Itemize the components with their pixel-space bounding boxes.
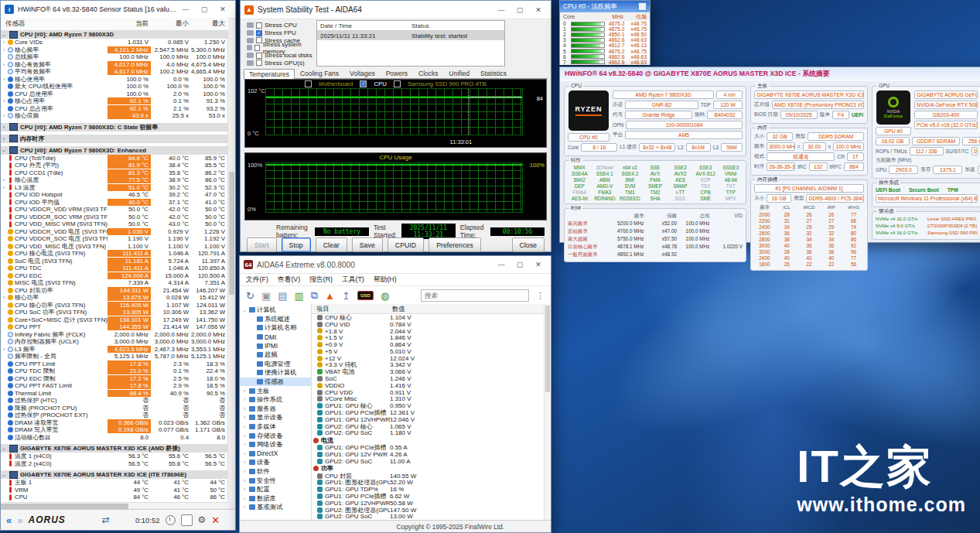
report-icon[interactable]: ▤ <box>278 290 287 302</box>
expand-icon[interactable]: › <box>241 442 248 447</box>
value-row[interactable]: +5 V5.010 V <box>312 348 551 355</box>
sensor-row[interactable]: CPU EDC 限制17.2 %2.5 %18.0 % <box>1 375 228 383</box>
stop-button[interactable]: Stop <box>282 237 311 252</box>
expand-icon[interactable]: › <box>1 113 7 118</box>
gpu-selector[interactable]: GPU #0 <box>876 127 911 135</box>
legend-checkbox[interactable] <box>394 80 401 87</box>
sidebar-item-配置[interactable]: ›配置 <box>240 485 311 494</box>
expand-icon[interactable]: › <box>241 424 248 429</box>
sidebar-item-网络设备[interactable]: ›网络设备 <box>240 440 311 449</box>
expand-icon[interactable]: ⌄ <box>1 472 7 478</box>
minimize-icon[interactable]: — <box>177 3 194 15</box>
expand-icon[interactable]: › <box>1 185 7 190</box>
stress-option[interactable]: Stress system memory <box>247 44 315 52</box>
expand-icon[interactable]: › <box>241 433 248 439</box>
menu-item[interactable]: 帮助(H) <box>374 275 397 285</box>
log-row[interactable]: 2025/11/11 11:33:21 Stability test: star… <box>317 31 504 40</box>
expand-icon[interactable]: ⌄ <box>1 446 7 452</box>
osd-icon[interactable]: OSD <box>357 291 374 300</box>
expand-icon[interactable]: › <box>1 98 7 104</box>
stress-option[interactable]: Stress CPU <box>247 22 315 29</box>
value-row[interactable]: GPU2: 图形处理器(GPU)147.50 W <box>312 507 551 514</box>
sidebar-item-操作系统[interactable]: ›操作系统 <box>240 395 311 405</box>
value-row[interactable]: +0.9 V0.864 V <box>312 341 551 348</box>
value-row[interactable]: CPU 核心1.104 V <box>312 314 551 321</box>
sensor-row[interactable]: Core+SoC+MISC 总计 (SVI3 TFN)138.101 W17.2… <box>1 316 228 324</box>
scrollbar-thumb[interactable] <box>229 172 234 295</box>
devices-icon[interactable]: ⧉ <box>311 289 318 302</box>
expand-icon[interactable]: › <box>241 496 248 501</box>
sensor-row[interactable]: CPU IOD 平均值40.0 °C37.1 °C41.0 °C <box>1 199 228 207</box>
drive-row[interactable]: NVMe x4 16.0 GT/sSamsung SSD 990 PRO 4TB… <box>876 230 978 235</box>
tab-unified[interactable]: Unified <box>444 68 475 78</box>
flame-icon[interactable]: ▲ <box>325 290 335 302</box>
expand-icon[interactable]: › <box>241 415 248 420</box>
globe-icon[interactable]: ◍ <box>381 290 389 302</box>
value-row[interactable]: +1.8 V2.044 V <box>312 328 551 335</box>
sidebar-item-计算机名称[interactable]: 计算机名称 <box>240 323 311 333</box>
sidebar-item-DirectX[interactable]: ›DirectX <box>240 449 311 459</box>
back-icon[interactable]: « <box>6 515 12 525</box>
expand-icon[interactable]: › <box>1 136 7 142</box>
checkbox[interactable] <box>256 37 262 43</box>
tab-clocks[interactable]: Clocks <box>413 68 444 78</box>
menu-item[interactable]: 文件(F) <box>246 275 268 285</box>
value-row[interactable]: GPU1: GPU PCIe插槽6.62 W <box>312 493 551 500</box>
value-row[interactable]: GPU2: GPU SoC1.180 V <box>312 430 551 437</box>
clock-icon[interactable] <box>166 515 176 525</box>
checkbox[interactable] <box>256 22 262 29</box>
expand-icon[interactable]: › <box>241 469 248 474</box>
expand-icon[interactable]: › <box>1 347 7 352</box>
sensor-row[interactable]: 频率限制 - 全局5,125.1 MHz5,787.0 MHz5,125.1 M… <box>1 353 228 360</box>
more-menu-icon[interactable]: ⋮ <box>536 291 545 301</box>
sidebar-item-计算机[interactable]: ⌄计算机 <box>240 306 311 315</box>
scrollbar-thumb[interactable] <box>545 306 550 392</box>
value-row[interactable]: VBAT 电池3.066 V <box>312 368 551 375</box>
drive-row[interactable]: NVMe x4 32.0 GT/sLexar SSD ARES PRO 4TB … <box>876 216 978 221</box>
expand-icon[interactable]: › <box>1 177 7 183</box>
sidebar-item-便携计算机[interactable]: 便携计算机 <box>240 368 311 378</box>
sensor-row[interactable]: ›L3 温度51.0 °C30.2 °C52.3 °C <box>1 184 228 192</box>
dimm-module[interactable]: #1 [P0 CHANNEL A/DIMM 1] <box>754 184 864 193</box>
sensor-row[interactable]: SoC 电流 (SVI3 TFN)11.181 A5.724 A11.397 A <box>1 258 228 265</box>
benchmark-icon[interactable]: ↥ <box>342 290 350 302</box>
value-row[interactable]: GPU1: GPU PCIe插槽0.55 A <box>312 444 551 451</box>
expand-icon[interactable]: › <box>1 77 7 82</box>
expand-icon[interactable]: › <box>1 39 7 45</box>
menu-item[interactable]: 工具(T) <box>342 275 364 285</box>
expand-icon[interactable]: › <box>241 460 248 465</box>
expand-icon[interactable]: ⌄ <box>1 147 7 153</box>
value-row[interactable]: CPU VID0.784 V <box>312 321 551 328</box>
checkbox[interactable] <box>256 53 262 59</box>
value-row[interactable]: GPU2: GPU SoC11.00 A <box>312 458 551 465</box>
sidebar-item-服务器[interactable]: ›服务器 <box>240 405 311 414</box>
memory-icon[interactable]: ▥ <box>295 290 304 302</box>
sensor-row[interactable]: CPU VDDCR_VDD VRM (SVI3 TFN)50.0 °C42.0 … <box>1 206 228 214</box>
drive-row[interactable]: NVMe x4 8.0 GT/sCT2000P3SSD8 [2 TB] <box>876 223 978 228</box>
checkbox[interactable] <box>256 60 262 66</box>
vertical-scrollbar[interactable] <box>544 304 551 521</box>
close-button[interactable]: Close <box>512 237 545 252</box>
sensor-row[interactable]: CPU TDC111.411 A1.046 A120.850 A <box>1 265 228 272</box>
sidebar-item-IPMI[interactable]: IPMI <box>240 341 311 350</box>
expand-icon[interactable]: › <box>1 295 7 300</box>
clear-button[interactable]: Clear <box>316 237 347 252</box>
summary-titlebar[interactable]: HWiNFO® 64 v8.32-5840 @ GIGABYTE X870E A… <box>560 67 980 81</box>
sidebar-item-DMI[interactable]: DMI <box>240 333 311 342</box>
sensor-group-row[interactable]: ›CPU [#0]: AMD Ryzen 7 9800X3D: C State … <box>1 123 228 132</box>
minimize-icon[interactable]: — <box>493 4 510 16</box>
sensor-row[interactable]: VRM49 °C41 °C50 °C <box>1 487 228 494</box>
sensor-group-row[interactable]: ⌄CPU [#0]: AMD Ryzen 7 9800X3D: Enhanced <box>1 146 228 155</box>
expand-icon[interactable]: › <box>1 62 7 67</box>
forward-icon[interactable]: » <box>17 515 22 525</box>
sidebar-item-主板[interactable]: ›主板 <box>240 386 311 395</box>
stress-option[interactable]: Stress local disks <box>247 52 315 60</box>
tab-cooling-fans[interactable]: Cooling Fans <box>295 68 344 78</box>
refresh-icon[interactable]: ↻ <box>246 290 254 302</box>
legend-checkbox[interactable] <box>305 80 312 87</box>
sidebar-item-传感器[interactable]: 传感器 <box>240 378 311 387</box>
sensor-row[interactable]: CPU 外壳 (平均)81.9 °C38.4 °C85.5 °C <box>1 162 228 169</box>
checkbox[interactable] <box>254 45 260 51</box>
expand-icon[interactable]: › <box>241 504 248 510</box>
value-row[interactable]: +1.5 V1.846 V <box>312 334 551 341</box>
